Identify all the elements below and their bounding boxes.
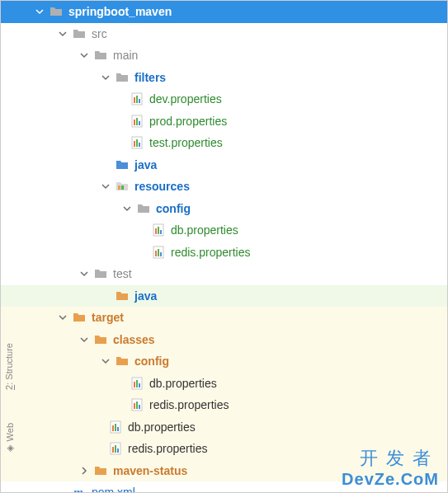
folder-test-icon <box>115 289 130 303</box>
node-label: pom.xml <box>92 486 135 493</box>
node-label: redis.properties <box>128 442 208 455</box>
chevron-down-icon <box>100 355 111 367</box>
chevron-down-icon <box>78 268 90 279</box>
tree-node-resources[interactable]: resources <box>1 176 447 198</box>
node-label: main <box>113 49 138 62</box>
tree-node-prod-properties[interactable]: prod.properties <box>1 110 447 133</box>
tree-node-java-test[interactable]: java <box>1 285 447 308</box>
folder-excluded-icon <box>115 354 130 369</box>
project-tree: springboot_maven src main filters dev.pr… <box>1 1 447 493</box>
node-label: config <box>156 202 191 215</box>
properties-file-icon <box>130 92 144 106</box>
properties-file-icon <box>130 135 144 150</box>
node-label: dev.properties <box>149 92 222 106</box>
node-label: java <box>134 289 157 303</box>
node-label: test <box>113 267 132 280</box>
properties-file-icon <box>130 114 144 129</box>
node-label: resources <box>134 180 190 193</box>
properties-file-icon <box>151 223 166 237</box>
tree-node-src[interactable]: src <box>1 23 447 45</box>
tree-node-test-properties[interactable]: test.properties <box>1 132 447 154</box>
node-label: java <box>134 158 157 171</box>
node-label: config <box>134 354 169 368</box>
tree-node-target[interactable]: target <box>1 307 447 329</box>
tree-node-db-properties-target-cfg[interactable]: db.properties <box>1 373 447 395</box>
chevron-down-icon <box>100 72 111 83</box>
node-label: filters <box>134 71 166 84</box>
folder-icon <box>49 4 64 19</box>
tool-window-tabs: 2: Structure ◈ Web <box>2 339 17 458</box>
folder-excluded-icon <box>93 332 108 347</box>
folder-resources-icon <box>115 179 130 194</box>
chevron-down-icon <box>34 6 45 17</box>
tree-node-test[interactable]: test <box>1 263 447 285</box>
node-label: redis.properties <box>171 246 251 259</box>
tree-node-dev-properties[interactable]: dev.properties <box>1 88 447 110</box>
web-tab[interactable]: ◈ Web <box>2 419 17 458</box>
properties-file-icon <box>108 420 123 434</box>
chevron-down-icon <box>121 203 133 214</box>
node-label: src <box>92 27 107 40</box>
node-label: classes <box>113 333 155 346</box>
tree-node-db-properties[interactable]: db.properties <box>1 219 447 242</box>
folder-icon <box>115 70 130 85</box>
node-label: db.properties <box>128 420 196 434</box>
tree-node-config-target[interactable]: config <box>1 350 447 373</box>
folder-source-icon <box>115 157 130 172</box>
tree-node-pom-xml[interactable]: pom.xml <box>1 481 447 493</box>
folder-icon <box>136 201 151 216</box>
tree-node-root[interactable]: springboot_maven <box>1 1 447 23</box>
chevron-down-icon <box>57 28 68 40</box>
tree-node-redis-properties-target-cfg[interactable]: redis.properties <box>1 394 447 416</box>
folder-excluded-icon <box>93 463 108 478</box>
maven-icon <box>72 485 87 493</box>
chevron-down-icon <box>100 181 111 192</box>
tree-node-db-properties-target[interactable]: db.properties <box>1 416 447 439</box>
node-label: test.properties <box>149 136 223 149</box>
tree-node-classes[interactable]: classes <box>1 329 447 351</box>
properties-file-icon <box>108 441 123 456</box>
chevron-down-icon <box>57 312 68 323</box>
node-label: db.properties <box>171 223 238 237</box>
folder-excluded-icon <box>72 310 87 325</box>
properties-file-icon <box>151 245 166 260</box>
node-label: redis.properties <box>149 398 229 411</box>
folder-icon <box>93 48 108 63</box>
chevron-down-icon <box>78 334 90 345</box>
properties-file-icon <box>130 397 144 412</box>
structure-tab[interactable]: 2: Structure <box>2 339 17 394</box>
tree-node-config[interactable]: config <box>1 198 447 220</box>
properties-file-icon <box>130 376 144 391</box>
folder-icon <box>93 266 108 281</box>
tree-node-maven-status[interactable]: maven-status <box>1 460 447 482</box>
node-label: db.properties <box>149 377 217 390</box>
node-label: springboot_maven <box>68 5 172 18</box>
node-label: target <box>92 311 124 324</box>
tree-node-redis-properties[interactable]: redis.properties <box>1 242 447 264</box>
chevron-right-icon <box>78 465 90 477</box>
tree-node-main[interactable]: main <box>1 45 447 67</box>
tree-node-java-main[interactable]: java <box>1 154 447 176</box>
node-label: maven-status <box>113 464 187 477</box>
chevron-down-icon <box>78 49 90 61</box>
tree-node-filters[interactable]: filters <box>1 67 447 89</box>
folder-icon <box>72 26 87 41</box>
tree-node-redis-properties-target[interactable]: redis.properties <box>1 438 447 460</box>
node-label: prod.properties <box>149 115 227 128</box>
